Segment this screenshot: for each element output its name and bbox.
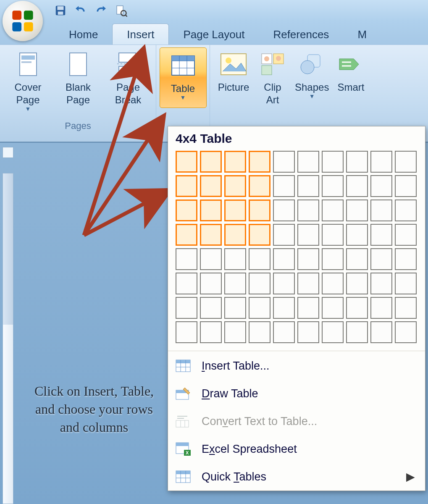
table-grid-cell[interactable]: [370, 297, 392, 319]
table-grid-cell[interactable]: [273, 297, 295, 319]
save-button[interactable]: [50, 2, 71, 19]
table-grid-cell[interactable]: [297, 224, 319, 246]
tab-home[interactable]: Home: [55, 24, 112, 45]
table-grid-cell[interactable]: [176, 224, 197, 246]
table-grid-cell[interactable]: [395, 321, 417, 343]
table-grid-cell[interactable]: [249, 321, 270, 343]
table-grid-cell[interactable]: [297, 151, 319, 173]
table-grid-cell[interactable]: [346, 224, 368, 246]
table-grid-cell[interactable]: [249, 224, 270, 246]
table-grid-cell[interactable]: [200, 151, 222, 173]
table-grid-cell[interactable]: [395, 248, 417, 270]
table-grid-cell[interactable]: [395, 200, 417, 221]
table-grid-cell[interactable]: [346, 151, 368, 173]
table-grid-cell[interactable]: [346, 175, 368, 197]
blank-page-button[interactable]: Blank Page: [53, 48, 103, 116]
vertical-ruler[interactable]: [3, 173, 13, 504]
table-grid-cell[interactable]: [297, 175, 319, 197]
table-grid-cell[interactable]: [322, 224, 344, 246]
table-grid-cell[interactable]: [395, 297, 417, 319]
table-grid-cell[interactable]: [297, 297, 319, 319]
table-grid-cell[interactable]: [249, 297, 270, 319]
table-grid-cell[interactable]: [200, 297, 222, 319]
tab-more[interactable]: M: [343, 24, 381, 45]
table-grid-cell[interactable]: [249, 200, 270, 221]
table-grid-cell[interactable]: [200, 175, 222, 197]
table-grid-cell[interactable]: [273, 175, 295, 197]
table-grid-cell[interactable]: [200, 321, 222, 343]
table-grid-cell[interactable]: [200, 273, 222, 294]
table-grid-cell[interactable]: [176, 151, 197, 173]
table-grid-cell[interactable]: [395, 273, 417, 294]
table-grid-cell[interactable]: [322, 321, 344, 343]
table-grid-cell[interactable]: [370, 248, 392, 270]
table-grid-cell[interactable]: [346, 200, 368, 221]
table-grid-cell[interactable]: [224, 273, 246, 294]
excel-spreadsheet-menuitem[interactable]: X Excel Spreadsheet: [168, 435, 425, 463]
table-grid-cell[interactable]: [297, 321, 319, 343]
table-grid-cell[interactable]: [297, 248, 319, 270]
table-grid-cell[interactable]: [200, 224, 222, 246]
table-grid-cell[interactable]: [395, 151, 417, 173]
table-grid-cell[interactable]: [273, 321, 295, 343]
table-grid-cell[interactable]: [224, 248, 246, 270]
table-grid-cell[interactable]: [370, 151, 392, 173]
table-grid-cell[interactable]: [297, 200, 319, 221]
tab-insert[interactable]: Insert: [112, 24, 169, 45]
table-grid-cell[interactable]: [273, 224, 295, 246]
table-grid-cell[interactable]: [346, 248, 368, 270]
table-grid-cell[interactable]: [370, 200, 392, 221]
table-grid-cell[interactable]: [224, 200, 246, 221]
table-grid-cell[interactable]: [322, 297, 344, 319]
table-grid-cell[interactable]: [224, 224, 246, 246]
table-grid-cell[interactable]: [224, 175, 246, 197]
table-grid-cell[interactable]: [370, 224, 392, 246]
table-grid-cell[interactable]: [273, 248, 295, 270]
table-grid-cell[interactable]: [224, 321, 246, 343]
table-grid-cell[interactable]: [224, 151, 246, 173]
table-grid-cell[interactable]: [249, 273, 270, 294]
table-grid-cell[interactable]: [176, 175, 197, 197]
table-grid-cell[interactable]: [249, 248, 270, 270]
table-grid-cell[interactable]: [346, 297, 368, 319]
table-size-grid[interactable]: [176, 151, 417, 343]
table-grid-cell[interactable]: [249, 151, 270, 173]
page-break-button[interactable]: Page Break: [103, 48, 153, 116]
table-grid-cell[interactable]: [176, 297, 197, 319]
table-button[interactable]: Table ▼: [160, 47, 207, 108]
quick-tables-menuitem[interactable]: Quick Tables ▶: [168, 463, 425, 491]
table-grid-cell[interactable]: [370, 321, 392, 343]
table-grid-cell[interactable]: [249, 175, 270, 197]
table-grid-cell[interactable]: [322, 273, 344, 294]
draw-table-menuitem[interactable]: Draw Table: [168, 380, 425, 407]
shapes-button[interactable]: Shapes ▼: [291, 48, 333, 109]
tab-references[interactable]: References: [259, 24, 343, 45]
table-grid-cell[interactable]: [322, 175, 344, 197]
table-grid-cell[interactable]: [346, 273, 368, 294]
table-grid-cell[interactable]: [322, 151, 344, 173]
table-grid-cell[interactable]: [395, 224, 417, 246]
insert-table-menuitem[interactable]: Insert Table...: [168, 352, 425, 380]
clip-art-button[interactable]: ClipArt: [255, 48, 291, 109]
table-grid-cell[interactable]: [273, 273, 295, 294]
office-button[interactable]: [3, 1, 43, 41]
table-grid-cell[interactable]: [322, 248, 344, 270]
table-grid-cell[interactable]: [176, 273, 197, 294]
undo-button[interactable]: [71, 2, 91, 19]
table-grid-cell[interactable]: [176, 200, 197, 221]
table-grid-cell[interactable]: [297, 273, 319, 294]
table-grid-cell[interactable]: [273, 200, 295, 221]
table-grid-cell[interactable]: [346, 321, 368, 343]
table-grid-cell[interactable]: [176, 248, 197, 270]
cover-page-button[interactable]: Cover Page ▼: [3, 48, 53, 116]
tab-page-layout[interactable]: Page Layout: [169, 24, 259, 45]
table-grid-cell[interactable]: [176, 321, 197, 343]
redo-button[interactable]: [91, 2, 111, 19]
picture-button[interactable]: Picture: [213, 48, 255, 109]
smartart-button[interactable]: Smart: [333, 48, 368, 109]
table-grid-cell[interactable]: [395, 175, 417, 197]
table-grid-cell[interactable]: [273, 151, 295, 173]
print-preview-button[interactable]: [111, 2, 131, 19]
table-grid-cell[interactable]: [224, 297, 246, 319]
table-grid-cell[interactable]: [370, 273, 392, 294]
